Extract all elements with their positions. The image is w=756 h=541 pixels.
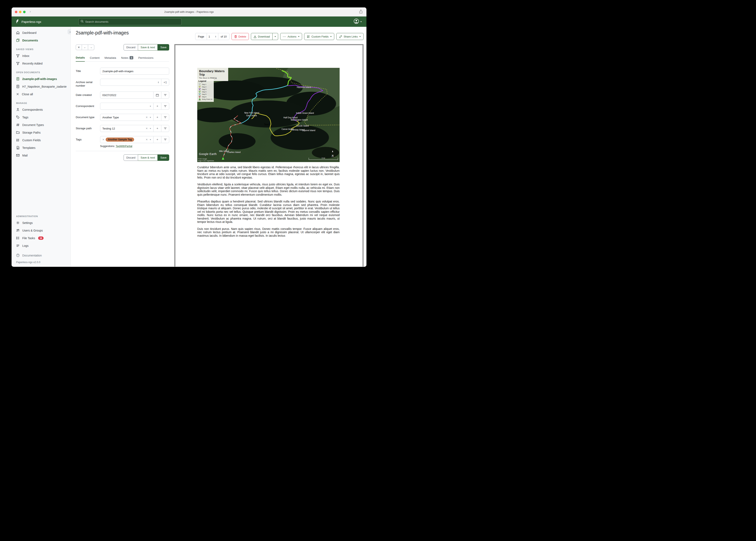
trash-icon [234,35,237,38]
chevron-down-icon: ▼ [149,105,151,107]
custom-fields-button[interactable]: Custom Fields ▼ [304,33,334,40]
tag-chip[interactable]: Another Sample Tag [106,138,134,142]
tag-icon [16,116,20,119]
share-links-button[interactable]: Share Links ▼ [336,33,364,40]
share-icon[interactable] [359,9,363,14]
save-button[interactable]: Save [158,44,169,51]
sidebar-item-dashboard[interactable]: Dashboard [12,29,71,37]
sidebar-item-documents[interactable]: Documents [12,37,71,44]
chevron-down-icon: ▼ [274,36,276,38]
close-document-button[interactable]: ✕ [76,45,82,50]
date-created-label: Date created [76,92,100,99]
ellipsis-icon: ··· [283,35,286,38]
discard-button[interactable]: Discard [124,44,138,51]
clear-icon[interactable]: ✕ [146,138,148,141]
details-form: Title 2sample-pdf-with-images Archive se… [76,68,169,161]
sidebar-item-storage-paths[interactable]: Storage Paths [12,129,71,136]
asn-input[interactable]: ▲▼ [100,79,161,86]
sidebar-item-templates[interactable]: Templates [12,144,71,152]
pdf-paragraph: Curabitur bibendum ante urna, sed blandi… [197,166,340,179]
remove-tag-icon[interactable]: ✕ [102,138,104,141]
tab-details[interactable]: Details [76,56,85,62]
tab-notes[interactable]: Notes1 [121,56,133,61]
sidebar-item-users-groups[interactable]: Users & Groups [12,227,71,234]
sidebar-item-tags[interactable]: Tags [12,113,71,121]
browser-forward-icon[interactable]: › [30,9,31,14]
sidebar-item-open-doc-2[interactable]: H7_Napoleon_Bonaparte_zadanie [12,83,71,90]
route-day5 [241,86,287,123]
doc-nav-group: ✕ ← → [76,45,94,50]
suggestion-tag-link[interactable]: TagWithPartial [116,145,132,148]
document-type-select[interactable]: Another Type ✕▼ [100,114,153,121]
tags-filter-button[interactable] [161,136,169,143]
filter-icon [16,54,20,58]
section-saved-views: SAVED VIEWS [16,48,66,51]
page-number-input[interactable]: 1 ▲▼ [207,33,218,40]
entry-point-marker [222,157,224,160]
search-icon [81,20,84,24]
compass-north-icon: N [330,150,335,158]
sidebar-item-file-tasks[interactable]: File Tasks 16 [12,234,71,242]
storage-path-filter-button[interactable] [161,125,169,132]
clear-icon[interactable]: ✕ [146,116,148,119]
discard-button-bottom[interactable]: Discard [124,155,138,161]
save-next-button-bottom[interactable]: Save & next [138,155,158,161]
file-text-icon [16,77,20,81]
save-next-button[interactable]: Save & next [138,44,158,51]
asn-stepper-icon[interactable]: ▲▼ [158,81,159,83]
actions-button[interactable]: ··· Actions ▼ [280,33,302,40]
save-button-bottom[interactable]: Save [158,155,169,161]
browser-back-icon[interactable]: ‹ [25,9,26,14]
sidebar-item-mail[interactable]: Mail [12,152,71,159]
sidebar-item-settings[interactable]: Settings [12,219,71,227]
date-filter-button[interactable] [161,92,169,98]
link-icon [339,35,342,38]
sidebar-item-open-doc-1[interactable]: 2sample-pdf-with-images [12,75,71,83]
document-type-filter-button[interactable] [161,114,169,121]
add-tag-button[interactable]: ＋ [153,136,161,143]
search-bar[interactable] [78,18,182,25]
user-menu[interactable]: ▼ [354,19,362,25]
calendar-button[interactable] [153,92,161,98]
add-storage-path-button[interactable]: ＋ [153,125,161,132]
sidebar-item-document-types[interactable]: Document Types [12,121,71,129]
page-stepper-icon[interactable]: ▲▼ [215,35,216,38]
next-document-button[interactable]: → [88,45,94,50]
sidebar-item-close-all[interactable]: Close all [12,90,71,98]
search-input[interactable] [85,20,179,23]
add-document-type-button[interactable]: ＋ [153,114,161,121]
sidebar-item-correspondents[interactable]: Correspondents [12,106,71,113]
correspondent-select[interactable]: ▼ [100,103,153,110]
clear-icon[interactable]: ✕ [146,127,148,130]
title-input[interactable]: 2sample-pdf-with-images [100,68,169,74]
filter-lines-icon [164,138,167,141]
asn-increment-button[interactable]: +1 [161,79,169,86]
tags-select[interactable]: ✕ Another Sample Tag ✕▼ [100,136,153,143]
legend-tree-icon [198,98,201,100]
add-correspondent-button[interactable]: ＋ [153,103,161,110]
tab-content[interactable]: Content [90,56,99,61]
storage-path-select[interactable]: Testing 12 ✕▼ [100,125,153,132]
sidebar-item-recently-added[interactable]: Recently Added [12,60,71,67]
close-window-button[interactable] [15,11,17,13]
download-button[interactable]: Download [251,33,273,40]
app-window: ‹ › 2sample-pdf-with-images - Paperless-… [12,7,366,267]
sidebar-item-documentation[interactable]: Documentation [12,252,71,259]
download-options-button[interactable]: ▼ [273,33,278,40]
tab-metadata[interactable]: Metadata [105,56,116,61]
minimize-window-button[interactable] [19,11,21,13]
sidebar-item-custom-fields[interactable]: Custom Fields [12,136,71,144]
pdf-preview-pane[interactable]: Boundary Waters Trip Six days in BWCA Le… [174,44,364,267]
sidebar-item-inbox[interactable]: Inbox [12,52,71,60]
delete-button[interactable]: Delete [232,33,249,40]
chevron-down-icon: ▼ [298,36,300,38]
map-label: Squirrel Island [302,129,315,132]
fields-icon [307,35,310,38]
app-name: Paperless-ngx [21,20,41,24]
date-created-input[interactable]: 03/27/2022 [100,92,153,98]
app-brand[interactable]: Paperless-ngx [12,19,71,24]
correspondent-filter-button[interactable] [161,103,169,110]
previous-document-button[interactable]: ← [82,45,88,50]
sidebar-item-logs[interactable]: Logs [12,242,71,250]
tab-permissions[interactable]: Permissions [138,56,154,61]
